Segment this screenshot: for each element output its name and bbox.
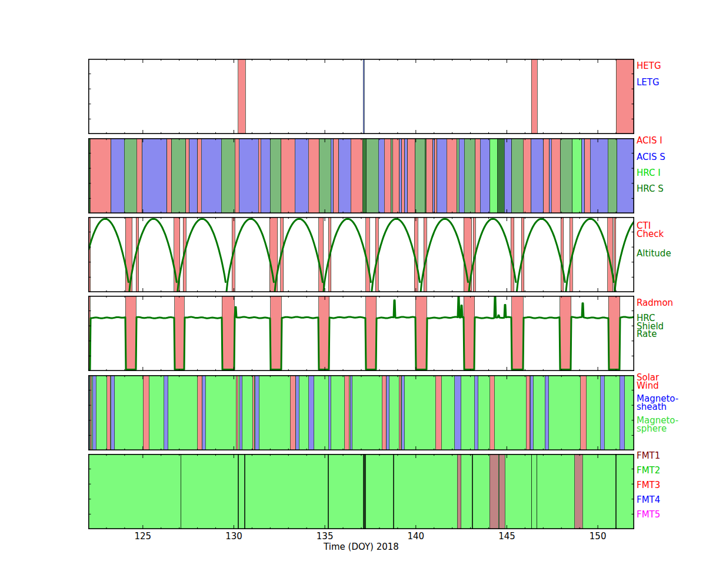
legend-label-fmt3: FMT3 — [637, 482, 660, 490]
x-axis-title: Time (DOY) 2018 — [88, 542, 634, 552]
legend-label-cti-check: CTI Check — [637, 222, 664, 238]
panel-cti-altitude-plot — [88, 217, 634, 292]
x-tick-label-145: 145 — [494, 531, 519, 542]
legend-label-hetg: HETG — [637, 62, 661, 71]
panel-instruments-plot — [88, 138, 634, 213]
legend-label-solar-wind: Solar Wind — [637, 374, 659, 390]
panel-cti-altitude — [88, 217, 634, 292]
legend-label-acis-i: ACIS I — [637, 137, 662, 145]
legend-label-magneto-sheath: Magneto- sheath — [637, 395, 678, 411]
x-tick-label-140: 140 — [403, 531, 429, 542]
x-tick-label-135: 135 — [312, 531, 338, 542]
x-tick-label-125: 125 — [130, 531, 156, 542]
panel-radmon-shield — [88, 296, 634, 371]
legend-label-hrc-i: HRC I — [637, 169, 661, 178]
panel-instruments — [88, 138, 634, 213]
panel-radmon-shield-plot — [88, 296, 634, 371]
legend-label-fmt5: FMT5 — [637, 511, 660, 519]
x-tick-label-130: 130 — [221, 531, 247, 542]
legend-label-hrc-s: HRC S — [637, 185, 664, 193]
panel-fmt — [88, 454, 634, 529]
legend-label-fmt2: FMT2 — [637, 467, 660, 475]
legend-label-fmt1: FMT1 — [637, 452, 660, 460]
legend-label-hrc-shield-rate: HRC Shield Rate — [637, 315, 664, 339]
x-tick-label-150: 150 — [585, 531, 611, 542]
panel-gratings-plot — [88, 59, 634, 134]
panel-gratings — [88, 59, 634, 134]
panel-solar-wind-plot — [88, 375, 634, 450]
legend-label-radmon: Radmon — [637, 299, 673, 308]
legend-label-letg: LETG — [637, 79, 660, 87]
legend-label-magneto-sphere: Magneto- sphere — [637, 417, 678, 433]
legend-label-fmt4: FMT4 — [637, 496, 660, 505]
legend-label-altitude: Altitude — [637, 250, 671, 258]
panel-fmt-plot — [88, 454, 634, 529]
chandra-timeline-figure: HETGLETGACIS IACIS SHRC IHRC SCTI CheckA… — [0, 0, 706, 588]
panel-solar-wind — [88, 375, 634, 450]
legend-label-acis-s: ACIS S — [637, 153, 665, 162]
